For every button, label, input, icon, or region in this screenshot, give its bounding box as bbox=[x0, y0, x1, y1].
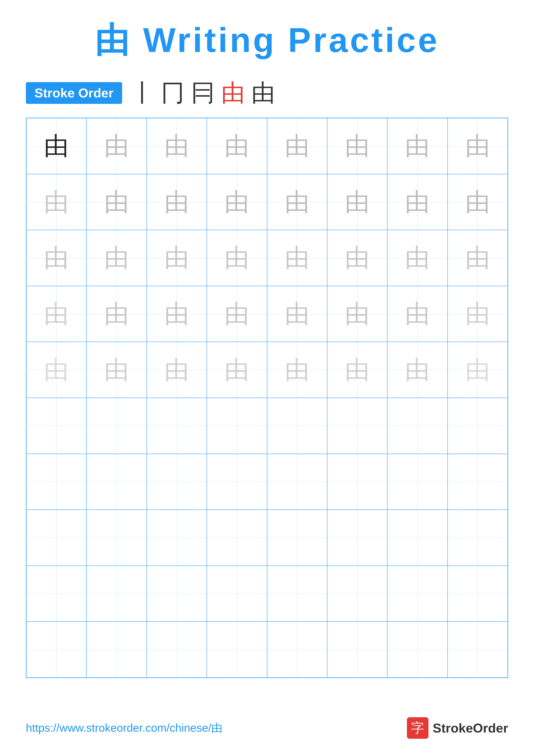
grid-cell-8-3[interactable] bbox=[207, 566, 267, 622]
cell-char-3-2: 由 bbox=[165, 302, 189, 326]
grid-cell-6-7[interactable] bbox=[447, 454, 508, 510]
grid-cell-0-4[interactable]: 由 bbox=[267, 118, 327, 174]
grid-cell-5-6[interactable] bbox=[387, 398, 447, 454]
grid-cell-8-5[interactable] bbox=[327, 566, 387, 622]
footer-url[interactable]: https://www.strokeorder.com/chinese/由 bbox=[26, 720, 222, 736]
cell-char-4-1: 由 bbox=[104, 358, 129, 382]
cell-char-2-3: 由 bbox=[224, 245, 249, 270]
grid-cell-8-0[interactable] bbox=[26, 566, 87, 622]
grid-cell-8-1[interactable] bbox=[87, 566, 146, 622]
grid-cell-0-6[interactable]: 由 bbox=[387, 118, 447, 174]
cell-char-4-6: 由 bbox=[405, 358, 430, 382]
grid-cell-9-6[interactable] bbox=[387, 622, 447, 678]
grid-cell-4-6[interactable]: 由 bbox=[387, 342, 447, 398]
grid-cell-6-1[interactable] bbox=[87, 454, 146, 510]
grid-cell-4-4[interactable]: 由 bbox=[267, 342, 327, 398]
grid-cell-0-2[interactable]: 由 bbox=[147, 118, 207, 174]
cell-char-4-3: 由 bbox=[224, 358, 249, 382]
grid-cell-0-3[interactable]: 由 bbox=[207, 118, 267, 174]
practice-grid: 由由由由由由由由由由由由由由由由由由由由由由由由由由由由由由由由由由由由由由由由 bbox=[26, 118, 508, 678]
grid-cell-7-6[interactable] bbox=[387, 510, 447, 566]
grid-cell-2-1[interactable]: 由 bbox=[87, 230, 146, 286]
grid-cell-4-0[interactable]: 由 bbox=[26, 342, 87, 398]
grid-cell-1-3[interactable]: 由 bbox=[207, 174, 267, 230]
grid-cell-4-3[interactable]: 由 bbox=[207, 342, 267, 398]
stroke-order-section: Stroke Order 丨 冂 冃 由 由 bbox=[26, 81, 508, 105]
grid-cell-0-0[interactable]: 由 bbox=[26, 118, 87, 174]
cell-char-0-3: 由 bbox=[224, 134, 249, 158]
grid-cell-7-0[interactable] bbox=[26, 510, 87, 566]
grid-cell-8-2[interactable] bbox=[147, 566, 207, 622]
grid-cell-9-4[interactable] bbox=[267, 622, 327, 678]
grid-cell-7-1[interactable] bbox=[87, 510, 146, 566]
cell-char-2-0: 由 bbox=[44, 245, 69, 270]
grid-cell-8-7[interactable] bbox=[447, 566, 508, 622]
grid-cell-9-7[interactable] bbox=[447, 622, 508, 678]
grid-cell-3-4[interactable]: 由 bbox=[267, 286, 327, 342]
stroke-1: 丨 bbox=[131, 81, 154, 105]
grid-cell-1-7[interactable]: 由 bbox=[447, 174, 508, 230]
grid-cell-7-5[interactable] bbox=[327, 510, 387, 566]
grid-cell-6-2[interactable] bbox=[147, 454, 207, 510]
grid-cell-1-1[interactable]: 由 bbox=[87, 174, 146, 230]
grid-cell-3-6[interactable]: 由 bbox=[387, 286, 447, 342]
grid-cell-4-7[interactable]: 由 bbox=[447, 342, 508, 398]
grid-cell-4-1[interactable]: 由 bbox=[87, 342, 146, 398]
cell-char-3-7: 由 bbox=[465, 302, 490, 326]
cell-char-0-0: 由 bbox=[44, 134, 69, 158]
grid-cell-2-6[interactable]: 由 bbox=[387, 230, 447, 286]
grid-cell-8-4[interactable] bbox=[267, 566, 327, 622]
grid-cell-5-2[interactable] bbox=[147, 398, 207, 454]
grid-cell-5-1[interactable] bbox=[87, 398, 146, 454]
cell-char-2-1: 由 bbox=[104, 245, 129, 270]
grid-cell-8-6[interactable] bbox=[387, 566, 447, 622]
grid-cell-5-0[interactable] bbox=[26, 398, 87, 454]
cell-char-4-2: 由 bbox=[165, 358, 189, 382]
grid-cell-0-1[interactable]: 由 bbox=[87, 118, 146, 174]
grid-cell-3-0[interactable]: 由 bbox=[26, 286, 87, 342]
grid-cell-9-0[interactable] bbox=[26, 622, 87, 678]
grid-cell-1-4[interactable]: 由 bbox=[267, 174, 327, 230]
cell-char-3-5: 由 bbox=[345, 302, 369, 326]
grid-cell-4-2[interactable]: 由 bbox=[147, 342, 207, 398]
grid-cell-0-7[interactable]: 由 bbox=[447, 118, 508, 174]
grid-cell-3-1[interactable]: 由 bbox=[87, 286, 146, 342]
grid-cell-2-7[interactable]: 由 bbox=[447, 230, 508, 286]
grid-cell-9-3[interactable] bbox=[207, 622, 267, 678]
grid-cell-2-3[interactable]: 由 bbox=[207, 230, 267, 286]
grid-cell-2-4[interactable]: 由 bbox=[267, 230, 327, 286]
grid-cell-5-7[interactable] bbox=[447, 398, 508, 454]
grid-cell-0-5[interactable]: 由 bbox=[327, 118, 387, 174]
grid-cell-6-3[interactable] bbox=[207, 454, 267, 510]
grid-cell-1-5[interactable]: 由 bbox=[327, 174, 387, 230]
grid-cell-7-2[interactable] bbox=[147, 510, 207, 566]
grid-cell-3-7[interactable]: 由 bbox=[447, 286, 508, 342]
grid-cell-6-6[interactable] bbox=[387, 454, 447, 510]
grid-cell-3-5[interactable]: 由 bbox=[327, 286, 387, 342]
cell-char-2-4: 由 bbox=[285, 245, 310, 270]
grid-cell-2-5[interactable]: 由 bbox=[327, 230, 387, 286]
grid-cell-7-3[interactable] bbox=[207, 510, 267, 566]
grid-cell-1-2[interactable]: 由 bbox=[147, 174, 207, 230]
title-chinese-char: 由 bbox=[95, 21, 131, 59]
grid-cell-9-5[interactable] bbox=[327, 622, 387, 678]
grid-cell-2-0[interactable]: 由 bbox=[26, 230, 87, 286]
grid-cell-1-6[interactable]: 由 bbox=[387, 174, 447, 230]
grid-cell-6-5[interactable] bbox=[327, 454, 387, 510]
grid-cell-5-3[interactable] bbox=[207, 398, 267, 454]
grid-cell-5-5[interactable] bbox=[327, 398, 387, 454]
grid-cell-7-7[interactable] bbox=[447, 510, 508, 566]
grid-cell-3-2[interactable]: 由 bbox=[147, 286, 207, 342]
grid-cell-2-2[interactable]: 由 bbox=[147, 230, 207, 286]
grid-cell-9-1[interactable] bbox=[87, 622, 146, 678]
grid-cell-9-2[interactable] bbox=[147, 622, 207, 678]
grid-cell-7-4[interactable] bbox=[267, 510, 327, 566]
cell-char-2-5: 由 bbox=[345, 245, 369, 270]
grid-cell-6-4[interactable] bbox=[267, 454, 327, 510]
grid-cell-4-5[interactable]: 由 bbox=[327, 342, 387, 398]
grid-cell-5-4[interactable] bbox=[267, 398, 327, 454]
grid-cell-3-3[interactable]: 由 bbox=[207, 286, 267, 342]
grid-cell-6-0[interactable] bbox=[26, 454, 87, 510]
brand-name: StrokeOrder bbox=[433, 721, 508, 736]
grid-cell-1-0[interactable]: 由 bbox=[26, 174, 87, 230]
